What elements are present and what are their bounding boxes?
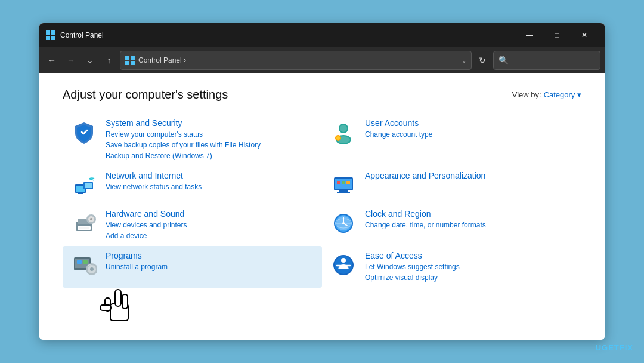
system-security-title[interactable]: System and Security <box>106 118 315 128</box>
maximize-button[interactable]: □ <box>543 26 571 45</box>
svg-rect-46 <box>77 260 82 264</box>
programs-text: Programs Uninstall a program <box>106 251 315 272</box>
system-security-icon <box>70 118 98 147</box>
svg-rect-2 <box>46 36 50 40</box>
search-icon: 🔍 <box>499 56 509 65</box>
ease-of-access-sub: Let Windows suggest settings Optimize vi… <box>365 262 574 283</box>
network-internet-text: Network and Internet View network status… <box>106 171 315 192</box>
svg-rect-47 <box>83 260 88 264</box>
page-title: Adjust your computer's settings <box>63 88 228 101</box>
breadcrumb-arrow: › <box>184 56 186 64</box>
close-button[interactable]: ✕ <box>571 26 598 45</box>
programs-icon <box>70 251 98 279</box>
watermark: UGETFIX <box>596 343 633 352</box>
svg-point-31 <box>90 218 92 220</box>
recent-button[interactable]: ⌄ <box>82 52 98 69</box>
system-security-text: System and Security Review your computer… <box>106 118 315 161</box>
svg-rect-32 <box>79 227 89 229</box>
category-hardware-sound[interactable]: Hardware and Sound View devices and prin… <box>63 204 322 246</box>
clock-region-title[interactable]: Clock and Region <box>365 209 574 219</box>
category-clock-region[interactable]: Clock and Region Change date, time, or n… <box>322 204 581 246</box>
appearance-icon <box>329 171 358 199</box>
user-accounts-sub: Change account type <box>365 129 574 140</box>
hardware-sound-sub: View devices and printers Add a device <box>106 220 315 241</box>
add-device-link[interactable]: Add a device <box>106 232 147 240</box>
backup-restore-link[interactable]: Backup and Restore (Windows 7) <box>106 152 212 160</box>
category-user-accounts[interactable]: User Accounts Change account type <box>322 113 581 166</box>
svg-rect-7 <box>131 61 135 65</box>
user-accounts-title[interactable]: User Accounts <box>365 118 574 128</box>
review-computer-link[interactable]: Review your computer's status <box>106 130 203 139</box>
content-header: Adjust your computer's settings View by:… <box>63 88 581 101</box>
backup-files-link[interactable]: Save backup copies of your files with Fi… <box>106 141 261 149</box>
svg-rect-3 <box>51 36 55 40</box>
svg-point-13 <box>336 136 340 140</box>
address-bar: ← → ⌄ ↑ Control Panel › ⌄ ↻ 🔍 <box>39 47 605 73</box>
address-dropdown-icon[interactable]: ⌄ <box>462 57 466 64</box>
ease-of-access-title[interactable]: Ease of Access <box>365 251 574 260</box>
svg-rect-48 <box>110 304 128 321</box>
programs-sub: Uninstall a program <box>106 262 315 272</box>
user-accounts-icon <box>329 118 358 147</box>
view-network-status-link[interactable]: View network status and tasks <box>106 183 202 191</box>
view-by: View by: Category ▾ <box>512 90 581 99</box>
svg-rect-49 <box>115 290 121 306</box>
appearance-title[interactable]: Appearance and Personalization <box>365 171 574 180</box>
svg-point-45 <box>90 267 94 271</box>
back-button[interactable]: ← <box>44 52 60 69</box>
svg-rect-23 <box>337 181 340 184</box>
svg-rect-52 <box>100 305 111 310</box>
svg-rect-18 <box>85 183 92 188</box>
address-icon <box>125 56 135 65</box>
search-box[interactable]: 🔍 <box>493 51 600 70</box>
category-appearance[interactable]: Appearance and Personalization <box>322 166 581 204</box>
minimize-button[interactable]: — <box>516 26 543 45</box>
categories-grid: System and Security Review your computer… <box>63 113 581 288</box>
window-controls: — □ ✕ <box>516 26 598 45</box>
network-internet-icon <box>70 171 98 199</box>
svg-rect-6 <box>125 61 129 65</box>
optimize-display-link[interactable]: Optimize visual display <box>365 273 438 282</box>
system-security-sub: Review your computer's status Save backu… <box>106 129 315 161</box>
svg-rect-22 <box>337 192 350 193</box>
svg-rect-5 <box>131 56 135 60</box>
window-title: Control Panel <box>60 31 516 39</box>
title-bar: Control Panel — □ ✕ <box>39 23 605 47</box>
category-network-internet[interactable]: Network and Internet View network status… <box>63 166 322 204</box>
watermark-text2: FIX <box>620 343 633 352</box>
category-system-security[interactable]: System and Security Review your computer… <box>63 113 322 166</box>
change-date-time-link[interactable]: Change date, time, or number formats <box>365 221 486 229</box>
svg-rect-4 <box>125 56 129 60</box>
network-internet-sub: View network status and tasks <box>106 182 315 192</box>
appearance-text: Appearance and Personalization <box>365 171 574 182</box>
up-button[interactable]: ↑ <box>101 52 117 69</box>
refresh-button[interactable]: ↻ <box>474 52 491 69</box>
svg-rect-51 <box>105 298 110 311</box>
hardware-sound-icon <box>70 209 98 238</box>
svg-rect-21 <box>339 190 348 192</box>
view-devices-link[interactable]: View devices and printers <box>106 221 187 229</box>
windows-suggest-link[interactable]: Let Windows suggest settings <box>365 263 460 271</box>
viewby-label: View by: <box>512 90 541 99</box>
uninstall-program-link[interactable]: Uninstall a program <box>106 263 168 271</box>
clock-region-text: Clock and Region Change date, time, or n… <box>365 209 574 230</box>
forward-button[interactable]: → <box>63 52 79 69</box>
viewby-dropdown[interactable]: Category ▾ <box>544 90 581 99</box>
svg-rect-0 <box>46 30 50 35</box>
ease-of-access-icon <box>329 251 358 279</box>
svg-rect-15 <box>76 186 85 192</box>
address-input[interactable]: Control Panel › ⌄ <box>120 51 472 70</box>
hardware-sound-title[interactable]: Hardware and Sound <box>106 209 315 219</box>
hardware-sound-text: Hardware and Sound View devices and prin… <box>106 209 315 241</box>
svg-point-10 <box>340 125 347 132</box>
app-icon <box>46 30 55 40</box>
svg-point-55 <box>341 258 346 263</box>
network-internet-title[interactable]: Network and Internet <box>106 171 315 180</box>
category-ease-of-access[interactable]: Ease of Access Let Windows suggest setti… <box>322 246 581 288</box>
main-content: Adjust your computer's settings View by:… <box>39 73 605 340</box>
change-account-type-link[interactable]: Change account type <box>365 130 432 139</box>
breadcrumb-text: Control Panel › <box>138 56 458 64</box>
programs-title[interactable]: Programs <box>106 251 315 260</box>
category-programs[interactable]: Programs Uninstall a program <box>63 246 322 288</box>
svg-rect-1 <box>51 30 55 35</box>
